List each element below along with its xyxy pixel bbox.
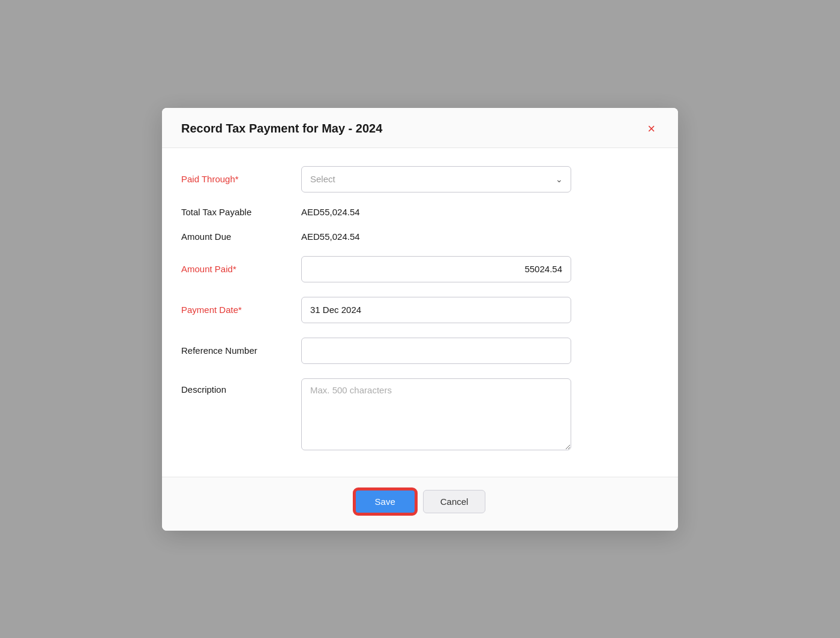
- total-tax-payable-label: Total Tax Payable: [181, 207, 301, 217]
- amount-due-value: AED55,024.54: [301, 231, 360, 242]
- payment-date-row: Payment Date*: [181, 297, 659, 323]
- paid-through-row: Paid Through* Select ⌄: [181, 166, 659, 192]
- description-row: Description: [181, 378, 659, 450]
- amount-paid-input[interactable]: [301, 256, 571, 282]
- paid-through-select[interactable]: Select: [301, 166, 571, 192]
- dialog-overlay: Record Tax Payment for May - 2024 × Paid…: [0, 0, 840, 638]
- description-label: Description: [181, 378, 301, 395]
- total-tax-payable-value: AED55,024.54: [301, 207, 360, 217]
- close-button[interactable]: ×: [644, 121, 659, 137]
- paid-through-select-wrapper: Select ⌄: [301, 166, 571, 192]
- amount-paid-label: Amount Paid*: [181, 264, 301, 274]
- dialog: Record Tax Payment for May - 2024 × Paid…: [162, 108, 678, 531]
- save-button[interactable]: Save: [355, 489, 416, 514]
- dialog-title: Record Tax Payment for May - 2024: [181, 122, 382, 136]
- reference-number-row: Reference Number: [181, 338, 659, 364]
- payment-date-label: Payment Date*: [181, 305, 301, 315]
- description-input[interactable]: [301, 378, 571, 450]
- total-tax-payable-row: Total Tax Payable AED55,024.54: [181, 207, 659, 217]
- paid-through-label: Paid Through*: [181, 174, 301, 184]
- payment-date-input[interactable]: [301, 297, 571, 323]
- amount-due-label: Amount Due: [181, 231, 301, 242]
- reference-number-input[interactable]: [301, 338, 571, 364]
- dialog-body: Paid Through* Select ⌄ Total Tax Payable…: [162, 148, 678, 477]
- amount-due-row: Amount Due AED55,024.54: [181, 231, 659, 242]
- dialog-header: Record Tax Payment for May - 2024 ×: [162, 108, 678, 148]
- dialog-footer: Save Cancel: [162, 477, 678, 531]
- cancel-button[interactable]: Cancel: [423, 490, 486, 513]
- amount-paid-row: Amount Paid*: [181, 256, 659, 282]
- reference-number-label: Reference Number: [181, 345, 301, 356]
